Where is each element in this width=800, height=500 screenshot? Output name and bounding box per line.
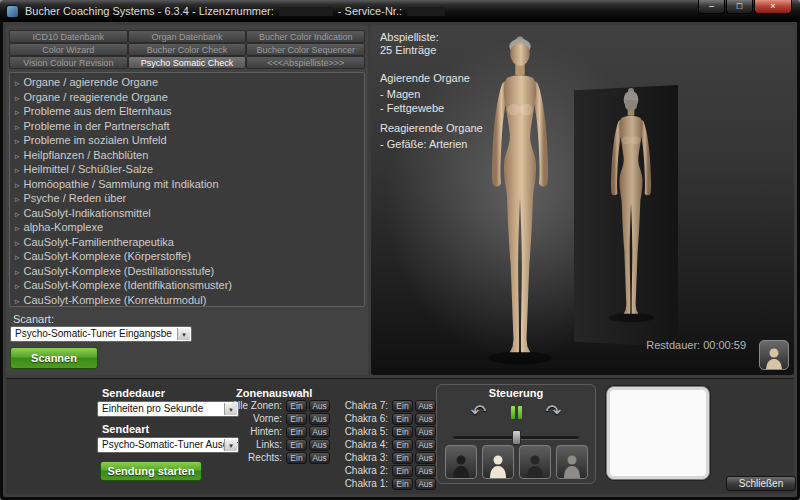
chakra-1-ein-button[interactable]: Ein (392, 478, 413, 490)
expand-triangle-icon[interactable]: ▹ (15, 296, 20, 306)
tree-item[interactable]: ▹Psyche / Reden über (10, 191, 364, 206)
chakra-3-ein-button[interactable]: Ein (392, 452, 413, 464)
scanart-select[interactable]: Psycho-Somatic-Tuner Eingangsbe ▾ (10, 326, 192, 342)
rechts-ein-button[interactable]: Ein (286, 452, 307, 464)
alle-zonen-aus-button[interactable]: Aus (309, 400, 330, 412)
tab-bucher-color-sequencer[interactable]: Bucher Color Sequencer (246, 43, 365, 56)
expand-triangle-icon[interactable]: ▹ (15, 267, 20, 277)
links-ein-button[interactable]: Ein (286, 439, 307, 451)
view-thumbnail-front-light[interactable] (482, 445, 514, 479)
tree-item[interactable]: ▹CauSolyt-Komplexe (Korrekturmodul) (10, 293, 364, 308)
scanart-label: Scanart: (13, 313, 54, 325)
tab-psycho-somatic-check[interactable]: Psycho Somatic Check (128, 56, 247, 69)
service-number-redacted (407, 7, 445, 16)
expand-triangle-icon[interactable]: ▹ (15, 194, 20, 204)
rotate-right-icon[interactable]: ↷ (546, 403, 562, 421)
view-thumbnail-back[interactable] (556, 445, 588, 479)
tree-item[interactable]: ▹Homöopathie / Sammlung mit Indikation (10, 177, 364, 192)
alle-zonen-ein-button[interactable]: Ein (286, 400, 307, 412)
expand-triangle-icon[interactable]: ▹ (15, 209, 20, 219)
vorne-aus-button[interactable]: Aus (309, 413, 330, 425)
close-icon[interactable]: × (754, 0, 792, 14)
tree-item[interactable]: ▹CauSolyt-Komplexe (Körperstoffe) (10, 249, 364, 264)
maximize-icon[interactable]: □ (726, 0, 753, 14)
sendedauer-select[interactable]: Einheiten pro Sekunde ▾ (97, 401, 239, 417)
tab-vision-colour-revision[interactable]: Vision Colour Revision (9, 56, 128, 69)
chakra-4-aus-button[interactable]: Aus (415, 439, 436, 451)
expand-triangle-icon[interactable]: ▹ (15, 93, 20, 103)
expand-triangle-icon[interactable]: ▹ (15, 136, 20, 146)
hinten-ein-button[interactable]: Ein (286, 426, 307, 438)
chakra-6-aus-button[interactable]: Aus (415, 413, 436, 425)
tab-organ-datenbank[interactable]: Organ Datenbank (128, 30, 247, 43)
rotation-controls: ↶ ↷ (437, 401, 595, 423)
expand-triangle-icon[interactable]: ▹ (15, 281, 20, 291)
chakra-5-aus-button[interactable]: Aus (415, 426, 436, 438)
expand-triangle-icon[interactable]: ▹ (15, 107, 20, 117)
tab-bar: ICD10 Datenbank Organ Datenbank Bucher C… (9, 30, 365, 69)
tree-item[interactable]: ▹CauSolyt-Komplexe (Identifikationsmuste… (10, 278, 364, 293)
rotate-left-icon[interactable]: ↶ (471, 403, 487, 421)
tree-item[interactable]: ▹Organe / reagierende Organe (10, 90, 364, 105)
rechts-aus-button[interactable]: Aus (309, 452, 330, 464)
chakra-2-ein-button[interactable]: Ein (392, 465, 413, 477)
tab-color-wizard[interactable]: Color Wizard (9, 43, 128, 56)
tree-item[interactable]: ▹Heilpflanzen / Bachblüten (10, 148, 364, 163)
tree-item[interactable]: ▹alpha-Komplexe (10, 220, 364, 235)
expand-triangle-icon[interactable]: ▹ (15, 151, 20, 161)
scan-button[interactable]: Scannen (10, 347, 98, 369)
model-avatar-thumbnail[interactable] (759, 340, 789, 370)
chakra-1-aus-button[interactable]: Aus (415, 478, 436, 490)
links-aus-button[interactable]: Aus (309, 439, 330, 451)
tree-item[interactable]: ▹Probleme aus dem Elternhaus (10, 104, 364, 119)
tree-item[interactable]: ▹Probleme in der Partnerschaft (10, 119, 364, 134)
expand-triangle-icon[interactable]: ▹ (15, 223, 20, 233)
expand-triangle-icon[interactable]: ▹ (15, 165, 20, 175)
zone-label-vorne: Vorne: (224, 413, 286, 424)
tab-bucher-color-check[interactable]: Bucher Color Check (128, 43, 247, 56)
chakra-7-aus-button[interactable]: Aus (415, 400, 436, 412)
tree-item[interactable]: ▹CauSolyt-Indikationsmittel (10, 206, 364, 221)
tree-item[interactable]: ▹CauSolyt-Familientherapeutika (10, 235, 364, 250)
sendeart-select[interactable]: Psycho-Somatic-Tuner Ausgangsbe ▾ (97, 437, 239, 453)
start-transmission-button[interactable]: Sendung starten (100, 461, 202, 481)
tree-item[interactable]: ▹Probleme im sozialen Umfeld (10, 133, 364, 148)
tab-abspielliste[interactable]: <<<Abspielliste>>> (246, 56, 365, 69)
chakra-4-ein-button[interactable]: Ein (392, 439, 413, 451)
expand-triangle-icon[interactable]: ▹ (15, 252, 20, 262)
tree-item[interactable]: ▹Organe / agierende Organe (10, 75, 364, 90)
chakra-5-ein-button[interactable]: Ein (392, 426, 413, 438)
chevron-down-icon[interactable]: ▾ (177, 328, 190, 340)
hinten-aus-button[interactable]: Aus (309, 426, 330, 438)
view-thumbnail-front-dark[interactable] (445, 445, 477, 479)
zone-column-left: Alle Zonen:EinAus Vorne:EinAus Hinten:Ei… (224, 399, 332, 464)
title-bar[interactable]: Bucher Coaching Systems - 6.3.4 - Lizenz… (0, 0, 800, 22)
view-thumbnail-side-dark[interactable] (519, 445, 551, 479)
chakra-6-ein-button[interactable]: Ein (392, 413, 413, 425)
rotation-slider[interactable] (453, 436, 579, 440)
chakra-3-aus-button[interactable]: Aus (415, 452, 436, 464)
expand-triangle-icon[interactable]: ▹ (15, 78, 20, 88)
chakra-2-aus-button[interactable]: Aus (415, 465, 436, 477)
tree-item-label: Psyche / Reden über (24, 192, 127, 204)
expand-triangle-icon[interactable]: ▹ (15, 122, 20, 132)
figure-bust-icon (488, 452, 508, 478)
zone-label-chakra-2: Chakra 2: (338, 465, 392, 476)
zone-label-chakra-6: Chakra 6: (338, 413, 392, 424)
zone-column-right: Chakra 7:EinAus Chakra 6:EinAus Chakra 5… (338, 399, 438, 490)
vorne-ein-button[interactable]: Ein (286, 413, 307, 425)
tree-item[interactable]: ▹Heilmittel / Schüßler-Salze (10, 162, 364, 177)
expand-triangle-icon[interactable]: ▹ (15, 238, 20, 248)
minimize-icon[interactable]: – (698, 0, 725, 14)
tab-icd10-datenbank[interactable]: ICD10 Datenbank (9, 30, 128, 43)
tree-item-label: Organe / agierende Organe (24, 76, 159, 88)
schliessen-button[interactable]: Schließen (726, 476, 796, 491)
zone-label-chakra-7: Chakra 7: (338, 400, 392, 411)
pause-icon[interactable] (511, 406, 522, 419)
expand-triangle-icon[interactable]: ▹ (15, 180, 20, 190)
tree-item[interactable]: ▹CauSolyt-Komplexe (Destillationsstufe) (10, 264, 364, 279)
chakra-7-ein-button[interactable]: Ein (392, 400, 413, 412)
tab-bucher-color-indication[interactable]: Bucher Color Indication (246, 30, 365, 43)
slider-handle[interactable] (512, 430, 521, 445)
tree-item-label: Homöopathie / Sammlung mit Indikation (24, 178, 219, 190)
